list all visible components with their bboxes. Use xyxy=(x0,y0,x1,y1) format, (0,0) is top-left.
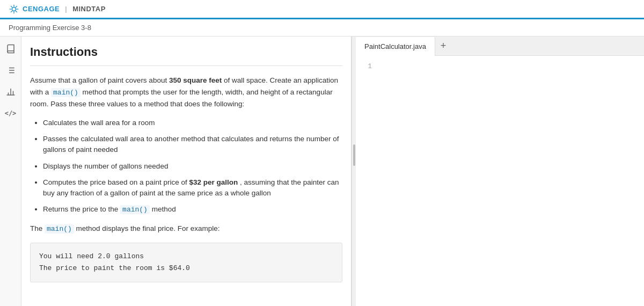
svg-point-0 xyxy=(12,7,16,11)
list-item: Returns the price to the main() method xyxy=(43,204,342,215)
book-icon[interactable] xyxy=(5,43,17,55)
list-icon[interactable] xyxy=(5,64,17,76)
add-tab-button[interactable]: + xyxy=(435,37,451,56)
instructions-title: Instructions xyxy=(30,37,342,66)
bullet-list: Calculates the wall area for a room Pass… xyxy=(43,118,342,215)
list-item: Calculates the wall area for a room xyxy=(43,118,342,128)
code-line-2: The price to paint the room is $64.0 xyxy=(39,263,333,274)
sidebar: </> xyxy=(0,37,21,306)
list-item: Passes the calculated wall area to anoth… xyxy=(43,134,342,156)
main-layout: </> Instructions Assume that a gallon of… xyxy=(0,37,644,306)
mindtap-text: MINDTAP xyxy=(72,5,106,13)
line-numbers: 1 xyxy=(356,60,377,302)
instructions-body: Assume that a gallon of paint covers abo… xyxy=(30,75,342,282)
scroll-thumb xyxy=(353,144,355,166)
svg-line-6 xyxy=(16,11,17,12)
instructions-panel: Instructions Assume that a gallon of pai… xyxy=(21,37,352,306)
code-icon[interactable]: </> xyxy=(5,107,17,119)
editor-textarea[interactable] xyxy=(377,60,644,302)
instructions-paragraph2: The main() method displays the final pri… xyxy=(30,223,342,235)
chart-icon[interactable] xyxy=(5,86,17,98)
code-line-1: You will need 2.0 gallons xyxy=(39,251,333,263)
cengage-logo-icon xyxy=(9,4,19,14)
code-example-block: You will need 2.0 gallons The price to p… xyxy=(30,243,342,282)
breadcrumb: Programming Exercise 3-8 xyxy=(0,19,644,37)
svg-line-7 xyxy=(16,6,17,8)
cengage-text: CENGAGE xyxy=(23,5,60,13)
editor-content: 1 xyxy=(356,56,644,306)
svg-line-8 xyxy=(11,11,12,12)
svg-line-5 xyxy=(11,6,12,8)
list-item: Displays the number of gallons needed xyxy=(43,161,342,172)
top-bar: CENGAGE | MINDTAP xyxy=(0,0,644,19)
scroll-divider[interactable] xyxy=(352,37,356,306)
instructions-paragraph1: Assume that a gallon of paint covers abo… xyxy=(30,75,342,110)
logo-separator: | xyxy=(65,5,67,13)
content-area: Instructions Assume that a gallon of pai… xyxy=(21,37,644,306)
cengage-logo: CENGAGE | MINDTAP xyxy=(9,4,106,14)
list-item: Computes the price based on a paint pric… xyxy=(43,177,342,199)
editor-panel: PaintCalculator.java + 1 xyxy=(356,37,644,306)
editor-tab-label: PaintCalculator.java xyxy=(364,42,426,50)
editor-tabs: PaintCalculator.java + xyxy=(356,37,644,56)
editor-tab-paintcalculator[interactable]: PaintCalculator.java xyxy=(356,37,435,56)
